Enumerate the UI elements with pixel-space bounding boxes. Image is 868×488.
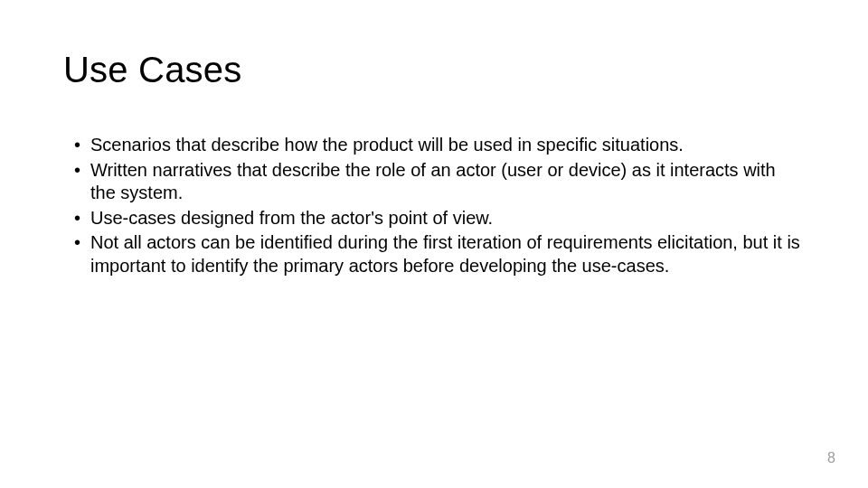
- list-item: Not all actors can be identified during …: [74, 231, 805, 277]
- list-item: Scenarios that describe how the product …: [74, 134, 805, 157]
- slide-title: Use Cases: [63, 50, 805, 90]
- slide-container: Use Cases Scenarios that describe how th…: [0, 0, 868, 488]
- list-item: Written narratives that describe the rol…: [74, 159, 805, 205]
- list-item: Use-cases designed from the actor's poin…: [74, 207, 805, 230]
- bullet-list: Scenarios that describe how the product …: [63, 134, 805, 278]
- page-number: 8: [827, 450, 835, 466]
